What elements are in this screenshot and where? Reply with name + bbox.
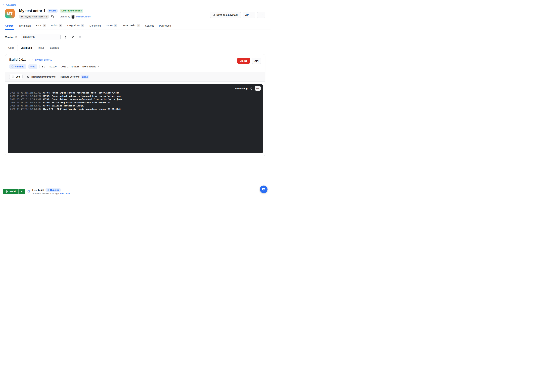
tab-label: Builds xyxy=(51,24,58,27)
log-panel: View full log ••• 2026-03-30T23:18:54.23… xyxy=(5,82,265,156)
tab-runs[interactable]: Runs0 xyxy=(36,23,46,30)
package-versions-label: Package versions xyxy=(60,75,79,78)
tab-source[interactable]: Source xyxy=(5,23,14,30)
dot-separator xyxy=(32,59,33,60)
tab-label: Source xyxy=(5,24,13,27)
tab-publication[interactable]: Publication xyxy=(159,23,171,30)
save-as-new-task-label: Save as a new task xyxy=(217,14,238,16)
tab-information[interactable]: Information xyxy=(18,23,31,30)
log-line: 2026-03-30T23:18:54.829Z ACTOR: Found ou… xyxy=(10,94,260,98)
more-details-label: More details xyxy=(82,65,96,68)
subtab-last-run[interactable]: Last run xyxy=(47,45,62,51)
ellipsis-icon: ••• xyxy=(256,87,259,90)
subtab-code[interactable]: Code xyxy=(5,45,17,51)
build-button[interactable]: Build xyxy=(3,189,18,194)
tab-label: Publication xyxy=(159,24,171,27)
log-message: ACTOR: Building container image. xyxy=(43,105,84,107)
tag-version-icon[interactable] xyxy=(72,36,75,39)
package-box-icon xyxy=(5,190,8,193)
subtab-last-build[interactable]: Last build xyxy=(17,45,35,51)
spinner-icon xyxy=(47,189,49,191)
build-detail-toolbar: Log Triggered integrations Package versi… xyxy=(5,72,265,82)
tag-icon[interactable] xyxy=(28,58,31,61)
abort-label: Abort xyxy=(240,59,247,62)
more-actions-button[interactable]: ••• xyxy=(257,12,265,18)
puzzle-icon xyxy=(27,75,30,78)
chat-widget-button[interactable] xyxy=(260,186,267,193)
author-avatar xyxy=(71,15,75,19)
actor-avatar: MT xyxy=(5,9,15,18)
save-as-new-task-button[interactable]: Save as a new task xyxy=(210,12,241,18)
actor-header: MT My test actor-1 Private Limited permi… xyxy=(0,6,270,19)
actor-tabs: Source Information Runs0 Builds1 Integra… xyxy=(0,23,270,30)
log-line: 2026-03-30T23:18:54.844Z Step 1/8 : FROM… xyxy=(10,107,260,111)
breadcrumb-all-actors[interactable]: All Actors xyxy=(0,0,16,6)
tab-issues[interactable]: Issues0 xyxy=(106,23,118,30)
tab-saved-tasks[interactable]: Saved tasks0 xyxy=(122,23,140,30)
tab-label: Monitoring xyxy=(89,24,101,27)
build-options-button[interactable] xyxy=(18,189,25,194)
chevron-left-icon xyxy=(3,4,5,6)
log-line: 2026-03-30T23:18:54.833Z ACTOR: Extracti… xyxy=(10,101,260,104)
author-link[interactable]: Michał Olender xyxy=(76,16,91,18)
last-build-label: Last build xyxy=(32,189,44,192)
triggered-integrations-button[interactable]: Triggered integrations xyxy=(27,75,56,78)
breadcrumb-label: All Actors xyxy=(6,4,16,6)
tab-label: Settings xyxy=(145,24,154,27)
tab-integrations[interactable]: Integrations0 xyxy=(67,23,84,30)
build-title: Build 0.0.1 xyxy=(9,58,26,62)
tab-monitoring[interactable]: Monitoring xyxy=(89,23,101,30)
tab-label: Issues xyxy=(106,24,113,27)
more-details-link[interactable]: More details xyxy=(82,65,99,68)
log-line: 2026-03-30T23:18:54.838Z ACTOR: Building… xyxy=(10,104,260,107)
tab-count: 0 xyxy=(114,24,117,27)
triggered-integrations-label: Triggered integrations xyxy=(31,75,56,78)
log-tab-button[interactable]: Log xyxy=(9,74,23,79)
view-full-log-link[interactable]: View full log xyxy=(234,87,248,90)
log-line: 2026-03-30T23:18:54.831Z ACTOR: Found da… xyxy=(10,98,260,101)
document-icon xyxy=(212,13,215,16)
log-line: 2026-03-30T23:18:54.232Z ACTOR: Found in… xyxy=(10,91,260,94)
tab-settings[interactable]: Settings xyxy=(145,23,154,30)
log-timestamp: 2026-03-30T23:18:54.232Z xyxy=(10,92,41,94)
build-actor-link[interactable]: My test actor-1 xyxy=(35,58,52,61)
fork-version-icon[interactable] xyxy=(65,36,68,39)
build-api-button[interactable]: API xyxy=(252,58,261,64)
footer-status-label: Running xyxy=(50,189,59,191)
status-badge-label: Running xyxy=(15,65,24,68)
build-button-label: Build xyxy=(10,190,16,193)
footer-started-text: Started a few seconds ago xyxy=(32,192,59,195)
version-select[interactable]: 0.0 (latest) xyxy=(21,34,61,40)
status-badge-running: Running xyxy=(9,64,26,69)
log-message: ACTOR: Extracting Actor documentation fr… xyxy=(43,101,110,104)
log-message: ACTOR: Found dataset schema referenced f… xyxy=(43,98,122,100)
api-dropdown-button[interactable]: API xyxy=(243,12,255,18)
build-split-button: Build xyxy=(3,189,25,194)
delete-version-icon[interactable] xyxy=(78,36,82,39)
tab-count: 0 xyxy=(43,24,46,27)
log-more-button[interactable]: ••• xyxy=(255,86,261,91)
version-label: Version xyxy=(5,36,14,39)
build-start-time: 2026-03-31 01:18 xyxy=(61,65,79,68)
abort-button[interactable]: Abort xyxy=(237,58,250,64)
view-build-link[interactable]: View build xyxy=(59,192,70,195)
build-duration: 8 s xyxy=(42,65,45,68)
log-terminal[interactable]: View full log ••• 2026-03-30T23:18:54.23… xyxy=(8,84,263,153)
chat-bubble-icon xyxy=(262,187,266,191)
version-select-value: 0.0 (latest) xyxy=(23,36,35,38)
subtab-label: Input xyxy=(38,47,44,49)
log-timestamp: 2026-03-30T23:18:54.833Z xyxy=(10,101,41,104)
copy-log-icon[interactable] xyxy=(250,87,253,90)
private-badge: Private xyxy=(47,9,58,13)
log-message: ACTOR: Found input schema referenced fro… xyxy=(43,92,120,94)
tab-label: Information xyxy=(19,24,31,27)
tab-builds[interactable]: Builds1 xyxy=(51,23,62,30)
log-tab-label: Log xyxy=(16,75,20,78)
spinner-icon xyxy=(11,65,14,68)
actor-avatar-initials: MT xyxy=(7,11,13,16)
package-version-tag[interactable]: alpha xyxy=(81,75,89,78)
subtab-input[interactable]: Input xyxy=(35,45,47,51)
copy-actor-id-icon[interactable] xyxy=(51,15,54,18)
help-icon[interactable]: ? xyxy=(15,36,18,38)
tab-label: Saved tasks xyxy=(122,24,135,27)
